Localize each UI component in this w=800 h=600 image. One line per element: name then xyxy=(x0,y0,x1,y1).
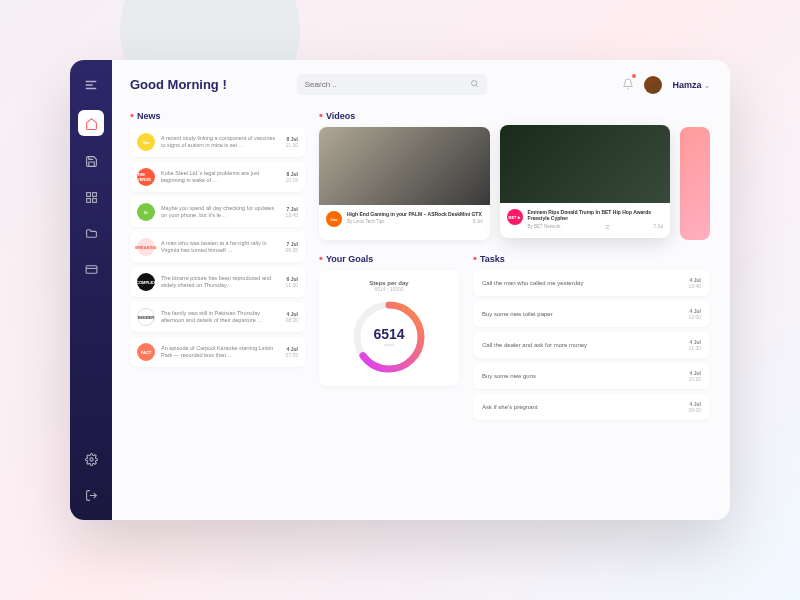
task-date: 4 Jul11:30 xyxy=(688,339,701,351)
video-card[interactable]: BET★ Eminem Rips Donald Trump In BET Hip… xyxy=(500,125,671,238)
svg-rect-3 xyxy=(92,198,96,202)
task-item[interactable]: Buy some new toilet paper 4 Jul12:00 xyxy=(473,301,710,327)
video-date: 7 Jul xyxy=(653,224,663,232)
lower-grid: Your Goals Steps per day 6514 / 10000 xyxy=(319,252,710,420)
chevron-down-icon: ⌄ xyxy=(704,82,710,89)
home-icon[interactable] xyxy=(78,110,104,136)
page-title: Good Morning ! xyxy=(130,77,227,92)
task-text: Call the man who called me yesterday xyxy=(482,280,583,286)
task-list: Call the man who called me yesterday 4 J… xyxy=(473,270,710,420)
news-text: The family was still in Pakistan Thursda… xyxy=(161,310,279,324)
svg-rect-1 xyxy=(92,192,96,196)
task-item[interactable]: Call the man who called me yesterday 4 J… xyxy=(473,270,710,296)
news-source-badge: BREAKING xyxy=(137,238,155,256)
cursor-icon: ☟ xyxy=(605,224,609,232)
video-title: Eminem Rips Donald Trump In BET Hip Hop … xyxy=(528,209,664,222)
news-item[interactable]: COMPLEX The bizarre picture has been rep… xyxy=(130,267,305,297)
app-window: Good Morning ! Hamza ⌄ News Vox A recent… xyxy=(70,60,730,520)
task-date: 4 Jul13:40 xyxy=(688,277,701,289)
folder-icon[interactable] xyxy=(80,222,102,244)
goal-card[interactable]: Steps per day 6514 / 10000 6514steps xyxy=(319,270,459,386)
progress-ring: 6514steps xyxy=(350,298,428,376)
topbar: Good Morning ! Hamza ⌄ xyxy=(130,74,710,95)
channel-badge: BET★ xyxy=(507,209,523,225)
news-source-badge: lh xyxy=(137,203,155,221)
section-title-news: News xyxy=(130,109,305,121)
videos-row: linu High End Gaming in your PALM – ASRo… xyxy=(319,127,710,240)
save-icon[interactable] xyxy=(80,150,102,172)
news-date: 6 Jul11:30 xyxy=(285,276,298,288)
news-item[interactable]: Vox A recent study linking a component o… xyxy=(130,127,305,157)
settings-icon[interactable] xyxy=(80,448,102,470)
avatar[interactable] xyxy=(644,76,662,94)
search-icon xyxy=(470,79,479,90)
news-date: 4 Jul08:20 xyxy=(285,311,298,323)
news-date: 7 Jul09:35 xyxy=(285,241,298,253)
section-title-videos: Videos xyxy=(319,109,710,121)
news-source-badge: INSIDER xyxy=(137,308,155,326)
tasks-column: Tasks Call the man who called me yesterd… xyxy=(473,252,710,420)
task-text: Buy some new toilet paper xyxy=(482,311,553,317)
task-item[interactable]: Call the dealer and ask for more money 4… xyxy=(473,332,710,358)
task-date: 4 Jul10:20 xyxy=(688,370,701,382)
video-author: By Linus Tech Tips xyxy=(347,219,384,224)
svg-point-5 xyxy=(89,457,92,460)
video-thumbnail xyxy=(319,127,490,205)
task-date: 4 Jul12:00 xyxy=(688,308,701,320)
news-item[interactable]: lh Maybe you spend all day checking for … xyxy=(130,197,305,227)
news-source-badge: THE VERGE xyxy=(137,168,155,186)
task-text: Call the dealer and ask for more money xyxy=(482,342,587,348)
svg-rect-2 xyxy=(86,198,90,202)
task-item[interactable]: Ask if she's pregnant 4 Jul09:00 xyxy=(473,394,710,420)
news-source-badge: FACT xyxy=(137,343,155,361)
top-right: Hamza ⌄ xyxy=(622,76,710,94)
video-author: By BET Network xyxy=(528,224,561,232)
video-title: High End Gaming in your PALM – ASRock De… xyxy=(347,211,483,217)
task-item[interactable]: Buy some new guns 4 Jul10:20 xyxy=(473,363,710,389)
news-source-badge: Vox xyxy=(137,133,155,151)
main-content: Good Morning ! Hamza ⌄ News Vox A recent… xyxy=(112,60,730,520)
news-list: Vox A recent study linking a component o… xyxy=(130,127,305,367)
task-text: Buy some new guns xyxy=(482,373,536,379)
content-grid: News Vox A recent study linking a compon… xyxy=(130,109,710,420)
news-item[interactable]: FACT An episode of Carpool Karaoke starr… xyxy=(130,337,305,367)
svg-point-6 xyxy=(471,81,476,86)
goal-value: 6514 xyxy=(373,326,404,342)
news-date: 4 Jul07:55 xyxy=(285,346,298,358)
username[interactable]: Hamza ⌄ xyxy=(672,80,710,90)
svg-rect-0 xyxy=(86,192,90,196)
apps-icon[interactable] xyxy=(80,186,102,208)
right-column: Videos linu High End Gaming in your PALM… xyxy=(319,109,710,420)
news-item[interactable]: INSIDER The family was still in Pakistan… xyxy=(130,302,305,332)
search-field[interactable] xyxy=(297,74,487,95)
video-peek[interactable] xyxy=(680,127,710,240)
video-thumbnail xyxy=(500,125,671,203)
video-card[interactable]: linu High End Gaming in your PALM – ASRo… xyxy=(319,127,490,240)
news-column: News Vox A recent study linking a compon… xyxy=(130,109,305,420)
news-item[interactable]: THE VERGE Kobe Steel Ltd.'s legal proble… xyxy=(130,162,305,192)
news-date: 8 Jul10:15 xyxy=(285,171,298,183)
news-date: 8 Jul11:30 xyxy=(285,136,298,148)
section-title-tasks: Tasks xyxy=(473,252,710,264)
news-text: A recent study linking a component of va… xyxy=(161,135,279,149)
menu-icon[interactable] xyxy=(80,74,102,96)
goal-subtitle: 6514 / 10000 xyxy=(329,286,449,292)
news-item[interactable]: BREAKING A man who was beaten at a far-r… xyxy=(130,232,305,262)
task-date: 4 Jul09:00 xyxy=(688,401,701,413)
video-date: 8 Jul xyxy=(473,219,483,224)
section-title-goals: Your Goals xyxy=(319,252,459,264)
news-text: The bizarre picture has been reproduced … xyxy=(161,275,279,289)
goal-unit: steps xyxy=(384,342,394,347)
news-date: 7 Jul13:45 xyxy=(285,206,298,218)
sidebar xyxy=(70,60,112,520)
news-text: Kobe Steel Ltd.'s legal problems are jus… xyxy=(161,170,279,184)
news-source-badge: COMPLEX xyxy=(137,273,155,291)
bell-icon[interactable] xyxy=(622,76,634,94)
news-text: Maybe you spend all day checking for upd… xyxy=(161,205,279,219)
svg-rect-4 xyxy=(86,265,97,273)
task-text: Ask if she's pregnant xyxy=(482,404,538,410)
search-input[interactable] xyxy=(305,80,470,89)
card-icon[interactable] xyxy=(80,258,102,280)
news-text: A man who was beaten at a far-right rall… xyxy=(161,240,279,254)
logout-icon[interactable] xyxy=(80,484,102,506)
